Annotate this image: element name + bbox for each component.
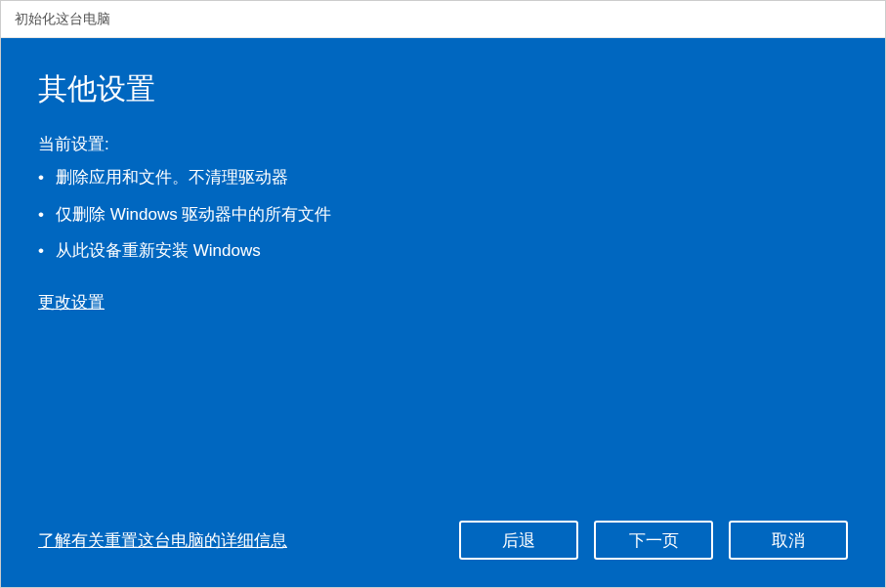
setting-item: 从此设备重新安装 Windows xyxy=(38,238,848,264)
back-button[interactable]: 后退 xyxy=(459,521,578,560)
dialog-footer: 了解有关重置这台电脑的详细信息 后退 下一页 取消 xyxy=(38,521,848,560)
current-settings-label: 当前设置: xyxy=(38,133,848,155)
window-title: 初始化这台电脑 xyxy=(15,11,110,28)
settings-list: 删除应用和文件。不清理驱动器 仅删除 Windows 驱动器中的所有文件 从此设… xyxy=(38,165,848,275)
setting-item: 仅删除 Windows 驱动器中的所有文件 xyxy=(38,202,848,228)
reset-pc-dialog: 初始化这台电脑 其他设置 当前设置: 删除应用和文件。不清理驱动器 仅删除 Wi… xyxy=(0,0,886,588)
titlebar: 初始化这台电脑 xyxy=(1,1,885,38)
cancel-button[interactable]: 取消 xyxy=(729,521,848,560)
dialog-content: 其他设置 当前设置: 删除应用和文件。不清理驱动器 仅删除 Windows 驱动… xyxy=(1,38,885,587)
page-heading: 其他设置 xyxy=(38,69,848,109)
button-group: 后退 下一页 取消 xyxy=(459,521,848,560)
change-settings-link[interactable]: 更改设置 xyxy=(38,291,105,314)
next-button[interactable]: 下一页 xyxy=(594,521,713,560)
setting-item: 删除应用和文件。不清理驱动器 xyxy=(38,165,848,190)
learn-more-link[interactable]: 了解有关重置这台电脑的详细信息 xyxy=(38,529,287,552)
